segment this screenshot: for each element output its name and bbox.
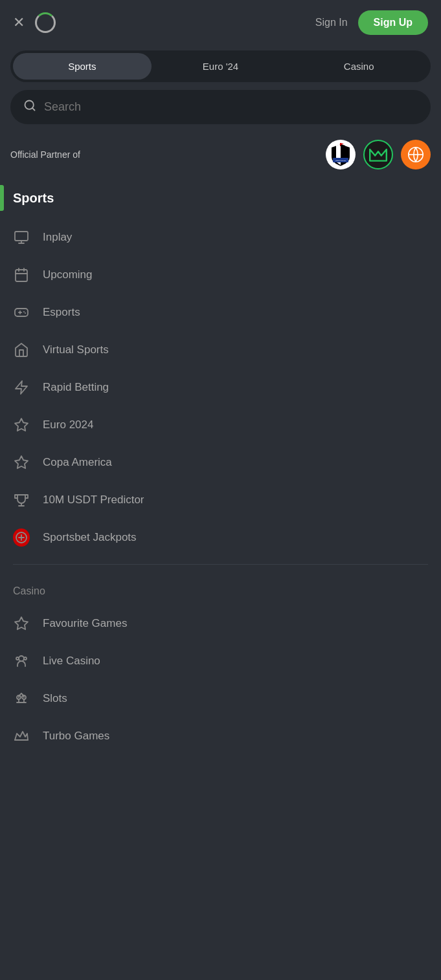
euro-star-icon (13, 417, 30, 433)
svg-marker-7 (370, 149, 387, 161)
virtual-sports-label: Virtual Sports (43, 343, 109, 356)
menu-item-turbo-games[interactable]: Turbo Games (0, 717, 441, 755)
menu-item-inplay[interactable]: Inplay (0, 219, 441, 256)
lightning-icon (13, 379, 30, 396)
menu-item-live-casino[interactable]: Live Casino (0, 642, 441, 680)
live-casino-icon (13, 653, 30, 670)
casino-section-title: Casino (0, 580, 441, 605)
tab-sports[interactable]: Sports (13, 53, 152, 80)
svg-marker-22 (16, 381, 27, 394)
menu-item-esports[interactable]: Esports (0, 294, 441, 331)
svg-point-20 (23, 311, 25, 312)
sign-in-button[interactable]: Sign In (315, 17, 348, 28)
green-partner-logo (363, 140, 393, 169)
svg-marker-28 (15, 617, 28, 629)
menu-item-predictor[interactable]: 10M USDT Predictor (0, 481, 441, 519)
live-casino-label: Live Casino (43, 655, 100, 668)
svg-point-31 (16, 657, 19, 660)
monitor-icon (13, 229, 30, 246)
svg-point-21 (25, 312, 26, 314)
partner-section: Official Partner of NEWCASTLE (0, 132, 441, 180)
header: ✕ Sign In Sign Up (0, 0, 441, 45)
refresh-icon[interactable] (35, 12, 56, 33)
close-icon[interactable]: ✕ (13, 14, 25, 31)
jackpot-icon (13, 529, 30, 546)
crown-icon (13, 728, 30, 745)
partner-logos: NEWCASTLE (326, 140, 431, 169)
svg-rect-3 (340, 143, 341, 146)
nav-tabs: Sports Euro '24 Casino (10, 50, 431, 82)
virtual-icon (13, 342, 30, 358)
section-divider (13, 564, 428, 565)
menu-item-euro-2024[interactable]: Euro 2024 (0, 406, 441, 444)
svg-rect-13 (16, 270, 27, 281)
search-bar (10, 90, 431, 124)
rapid-betting-label: Rapid Betting (43, 381, 109, 394)
svg-rect-10 (15, 232, 28, 241)
menu-item-favourite-games[interactable]: Favourite Games (0, 605, 441, 642)
partner-label: Official Partner of (10, 149, 80, 160)
jackpots-label: Sportsbet Jackpots (43, 531, 137, 544)
svg-point-29 (19, 656, 24, 661)
star-outline-icon (13, 615, 30, 632)
menu-item-upcoming[interactable]: Upcoming (0, 256, 441, 294)
header-left: ✕ (13, 12, 56, 33)
svg-point-30 (24, 657, 27, 660)
menu-item-rapid-betting[interactable]: Rapid Betting (0, 369, 441, 406)
slots-icon (13, 690, 30, 707)
favourite-games-label: Favourite Games (43, 617, 127, 630)
sports-section-title: Sports (13, 191, 54, 206)
copa-star-icon (13, 454, 30, 471)
trophy-icon (13, 492, 30, 508)
orange-partner-logo (401, 140, 431, 169)
newcastle-logo: NEWCASTLE (326, 140, 356, 169)
calendar-icon (13, 267, 30, 283)
menu-item-virtual-sports[interactable]: Virtual Sports (0, 331, 441, 369)
tab-euro24[interactable]: Euro '24 (152, 53, 290, 80)
tab-casino[interactable]: Casino (289, 53, 428, 80)
menu-item-slots[interactable]: Slots (0, 680, 441, 717)
svg-marker-24 (15, 456, 28, 468)
menu-item-jackpots[interactable]: Sportsbet Jackpots (0, 519, 441, 556)
copa-america-label: Copa America (43, 456, 112, 469)
casino-section: Casino Favourite Games Live Casino (0, 572, 441, 755)
gamepad-icon (13, 304, 30, 321)
sign-up-button[interactable]: Sign Up (358, 10, 428, 35)
search-icon (23, 99, 36, 115)
upcoming-label: Upcoming (43, 268, 93, 281)
menu-item-copa-america[interactable]: Copa America (0, 444, 441, 481)
sports-section-heading: Sports (0, 180, 441, 216)
search-input[interactable] (44, 100, 418, 114)
turbo-games-label: Turbo Games (43, 730, 109, 743)
svg-line-1 (32, 108, 35, 111)
inplay-label: Inplay (43, 231, 72, 244)
euro-2024-label: Euro 2024 (43, 419, 93, 431)
svg-marker-23 (15, 419, 28, 431)
slots-label: Slots (43, 692, 67, 705)
esports-label: Esports (43, 306, 80, 319)
svg-text:NEWCASTLE: NEWCASTLE (335, 160, 346, 162)
predictor-label: 10M USDT Predictor (43, 494, 144, 506)
active-indicator (0, 185, 4, 211)
